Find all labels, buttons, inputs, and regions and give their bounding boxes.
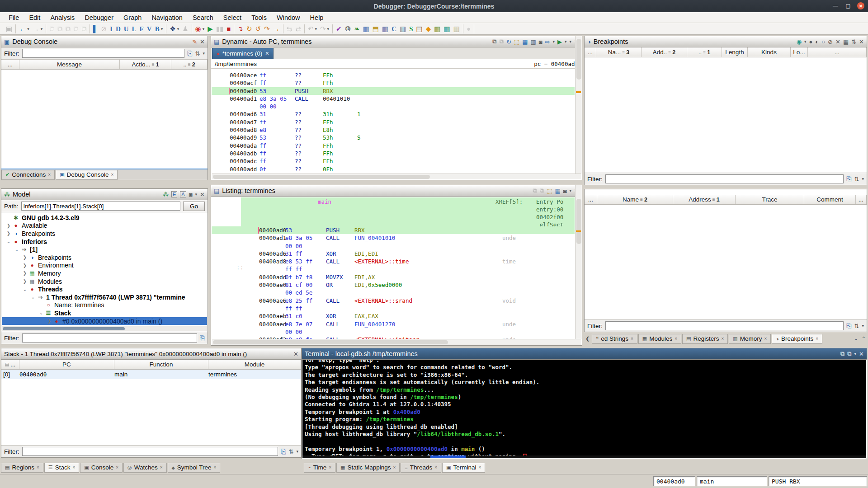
kill-icon[interactable]: ■ [226,25,231,33]
column-icon[interactable]: ... [1,60,19,69]
disassembly-row[interactable]: 00 00 [212,242,575,250]
step-advance-icon[interactable]: → [273,25,280,33]
model-hscrollbar[interactable] [2,326,207,331]
paste-link-icon[interactable]: ⧉ [81,25,86,33]
disassembly-row[interactable]: 00400aceff??FFh [212,71,575,79]
column-kinds[interactable]: Kinds [748,47,791,57]
tab-connections[interactable]: ✔Connections× [1,170,55,180]
undo-dropdown-icon[interactable]: ▾ [315,25,317,33]
menu-analysis[interactable]: Analysis [45,13,80,22]
copy-icon[interactable]: ⧉ [49,25,54,33]
edit-table-icon[interactable]: ▦ [522,38,528,45]
disassembly-row[interactable]: 00400adbff??FFh [212,150,575,157]
graph-icon[interactable]: ❖ [170,25,175,33]
static-listing[interactable]: 00400ad053PUSHRBX00400ad1e8 3a 05CALLFUN… [212,226,575,339]
green-table-icon[interactable]: ▦ [434,25,440,33]
logical-filter-input[interactable] [605,321,844,330]
disassembly-row[interactable]: 00 00 [212,328,575,336]
expander-icon[interactable]: ⌄ [30,295,36,300]
tree-node[interactable]: ⌄●Threads [2,285,207,293]
close-tab-icon[interactable]: × [764,336,767,341]
undefine-u-icon[interactable]: U [124,25,129,33]
regex-icon[interactable]: ⎘ [846,175,851,183]
terminal-output[interactable]: for help, type "help".Type "apropos word… [302,360,866,455]
close-tab-icon[interactable]: × [675,336,677,341]
menu-edit[interactable]: Edit [24,13,45,22]
tab-threads[interactable]: ≡Threads× [401,463,441,473]
panel-menu-icon[interactable]: ▾ [195,192,198,197]
disassembly-row[interactable]: ff ff [212,265,575,273]
window-titlebar[interactable]: Debugger: DebuggerCourse:/termmines — ▢ … [0,0,868,12]
chart-icon[interactable]: ▥ [530,38,536,45]
close-tab-icon[interactable]: × [393,465,396,470]
column-sleigh[interactable]: ..≡1 [687,47,722,57]
tab-debug-console[interactable]: ▣Debug Console× [56,170,118,180]
drag-handle-icon[interactable]: ⋮⋮ [236,266,243,271]
disassembly-row[interactable]: 00400ad631 ffXOREDI,EDI [212,250,575,258]
expander-icon[interactable]: ❯ [5,231,12,236]
menu-graph[interactable]: Graph [118,13,146,22]
track-pc-icon[interactable]: ⇨ [545,38,550,45]
save-icon[interactable]: ▣ [6,25,12,33]
column-level[interactable]: ▤... [1,360,19,369]
copy-icon[interactable]: ⧉ [840,350,844,357]
scheduler-icon[interactable]: ⇄ [295,25,301,33]
paste-special-icon[interactable]: ⧉ [73,25,78,33]
filter-dropdown-icon[interactable]: ▾ [296,449,298,454]
clipboard-icon[interactable]: ▥ [453,25,460,33]
disassembly-row[interactable]: 00 00 [212,103,575,110]
tree-node[interactable]: ○Name: termmines [2,301,207,310]
listing-vscrollbar[interactable] [575,185,582,339]
terminal-header[interactable]: Terminal - local-gdb.sh /tmp/termmines ⧉… [302,348,867,360]
resume-icon[interactable]: ▶ [208,25,213,33]
maximize-icon[interactable]: ▢ [844,2,852,9]
person-icon[interactable]: ♟ [182,25,188,33]
path-input[interactable] [21,202,180,211]
trace-tab-termmines[interactable]: ● *termmines (0) ✕ [212,48,274,59]
step-out-icon[interactable]: ↺ [255,25,261,33]
expander-icon[interactable]: ❯ [22,279,28,284]
listing-header[interactable]: ▤ Listing: termmines ⧉ ⧉ ⬚ ▦ ◙ ▾ ✕ [211,185,582,197]
panel-menu-icon[interactable]: ▾ [570,39,572,44]
tab-static-mappings[interactable]: ▦Static Mappings× [336,463,400,473]
expander-icon[interactable]: ⌄ [5,239,12,244]
minimize-icon[interactable]: — [832,2,839,9]
menu-window[interactable]: Window [272,13,305,22]
close-tab-icon[interactable]: × [434,465,437,470]
disassembly-row[interactable]: 00400add0f??0Fh [212,165,575,173]
close-tab-icon[interactable]: × [329,465,331,470]
tab-time[interactable]: ◔Time× [304,463,335,473]
filter-options-icon[interactable]: ⇅ [195,50,200,57]
regex-icon[interactable]: ⎘ [846,322,851,330]
tab-breakpoints[interactable]: ◑Breakpoints× [772,334,822,344]
disassembly-row[interactable]: 00400ad631??31h1 [212,110,575,118]
close-icon[interactable]: ✕ [857,2,864,9]
tab-watches[interactable]: ◎Watches× [123,463,166,473]
clear-offcut-icon[interactable]: ⊘ [101,25,107,33]
scroll-tabs-left-icon[interactable]: ❮ [584,336,591,342]
tree-node[interactable]: ❯●#0 0x0000000000400ad0 in main () [2,317,207,325]
record-icon[interactable]: ◉ [195,25,201,33]
dynamic-listing[interactable]: 00400aceff??FFh00400acfff??FFh00400ad053… [212,70,575,174]
cursor-location-icon[interactable]: ▌ [93,25,98,33]
close-icon[interactable]: ✕ [859,38,864,45]
model-filter-input[interactable] [22,333,197,343]
menu-file[interactable]: File [4,13,24,22]
column-module[interactable]: Module [208,360,301,369]
variable-v-icon[interactable]: V [147,25,152,33]
table2-icon[interactable]: ▦ [382,25,388,33]
expander-icon[interactable]: ❯ [22,271,28,276]
forward-dropdown-icon[interactable]: ▾ [41,25,43,33]
column-name[interactable]: Name≡2 [597,195,673,204]
disassembly-row[interactable]: 00400ad1e8 3a 05CALL00401010 [212,95,575,103]
column-trace[interactable]: Trace [736,195,804,204]
close-tab-icon[interactable]: × [111,172,114,177]
redo-icon[interactable]: ↷ [320,25,326,33]
filter-input[interactable] [22,49,185,58]
column-extra[interactable]: ..≡2 [171,60,208,69]
paste-icon[interactable]: ⧉ [57,25,62,33]
close-tab-icon[interactable]: × [631,336,633,341]
close-tab-icon[interactable]: × [479,465,481,470]
expander-icon[interactable]: ❯ [22,255,28,260]
elements-button[interactable]: E [171,191,177,197]
